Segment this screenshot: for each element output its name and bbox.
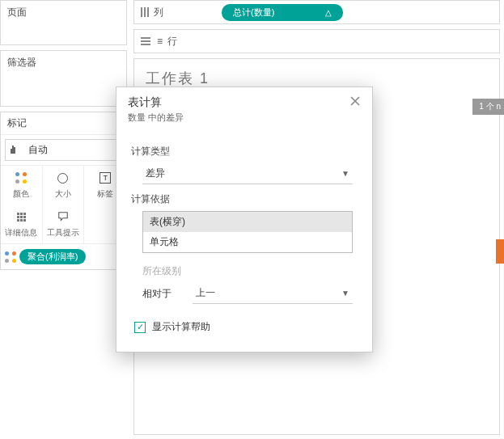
marks-detail-label: 详细信息 <box>5 227 37 238</box>
relative-label: 相对于 <box>142 287 181 301</box>
compute-listbox[interactable]: 表(横穿) 单元格 <box>142 211 353 253</box>
marks-tooltip[interactable]: 工具提示 <box>43 205 85 243</box>
compute-label: 计算依据 <box>131 192 358 206</box>
marks-tooltip-label: 工具提示 <box>47 227 79 238</box>
dialog-title: 表计算 <box>128 95 361 110</box>
dialog-subtitle: 数量 中的差异 <box>128 112 361 124</box>
columns-label: 列 <box>154 6 163 19</box>
marks-label-label: 标签 <box>97 188 113 200</box>
calc-type-label: 计算类型 <box>131 145 358 158</box>
pages-panel: 页面 <box>0 0 127 45</box>
delta-icon: △ <box>325 8 332 17</box>
close-button[interactable] <box>349 95 364 110</box>
marks-color[interactable]: 颜色 <box>1 166 43 205</box>
chevron-down-icon: ▼ <box>341 169 349 178</box>
marks-panel: 标记 自动 颜色 大小 T 标签 详细信息 <box>0 112 127 270</box>
color-icon <box>15 172 27 184</box>
marks-size[interactable]: 大小 <box>43 166 85 205</box>
calc-type-value: 差异 <box>146 167 165 180</box>
pages-title: 页面 <box>1 1 126 24</box>
show-help-checkbox[interactable]: ✓ 显示计算帮助 <box>134 320 358 334</box>
text-icon: T <box>100 172 111 184</box>
columns-icon <box>141 7 149 17</box>
marks-title: 标记 <box>1 112 126 135</box>
marks-type-select[interactable]: 自动 <box>5 139 122 161</box>
columns-shelf[interactable]: 列 总计(数量) △ <box>133 0 500 24</box>
right-count-badge: 1 个 n <box>472 99 504 115</box>
relative-value: 上一 <box>196 286 215 300</box>
show-help-label: 显示计算帮助 <box>152 320 210 334</box>
tooltip-icon <box>56 209 70 224</box>
size-icon <box>57 173 68 184</box>
list-item[interactable]: 表(横穿) <box>143 212 352 232</box>
marks-pill-label: 聚合(利润率) <box>28 251 78 263</box>
marks-type-label: 自动 <box>28 143 48 157</box>
marks-size-label: 大小 <box>55 188 71 200</box>
marks-color-label: 颜色 <box>13 188 29 200</box>
rows-label: 行 <box>167 35 177 49</box>
color-icon <box>5 251 16 263</box>
detail-icon <box>17 213 26 222</box>
relative-select[interactable]: 上一 ▼ <box>193 283 353 304</box>
columns-pill[interactable]: 总计(数量) △ <box>222 4 343 21</box>
bar-chart-icon <box>11 145 22 156</box>
chevron-down-icon: ▼ <box>341 289 349 298</box>
rows-shelf[interactable]: ≡ 行 <box>133 29 500 53</box>
filters-panel: 筛选器 <box>0 50 127 107</box>
calc-type-select[interactable]: 差异 ▼ <box>142 163 353 184</box>
marks-detail[interactable]: 详细信息 <box>1 205 43 243</box>
close-icon <box>349 95 361 107</box>
checkbox-icon: ✓ <box>134 322 146 333</box>
marks-pill[interactable]: 聚合(利润率) <box>19 249 86 264</box>
list-item[interactable]: 单元格 <box>143 232 352 252</box>
rows-icon <box>141 37 150 45</box>
table-calc-dialog: 表计算 数量 中的差异 计算类型 差异 ▼ 计算依据 表(横穿) 单元格 所在级… <box>116 87 373 352</box>
filters-title: 筛选器 <box>1 51 126 74</box>
columns-pill-label: 总计(数量) <box>233 6 274 19</box>
right-orange-tab[interactable] <box>496 239 504 264</box>
level-label: 所在级别 <box>142 264 353 278</box>
marks-pill-row: 聚合(利润率) <box>1 244 126 269</box>
